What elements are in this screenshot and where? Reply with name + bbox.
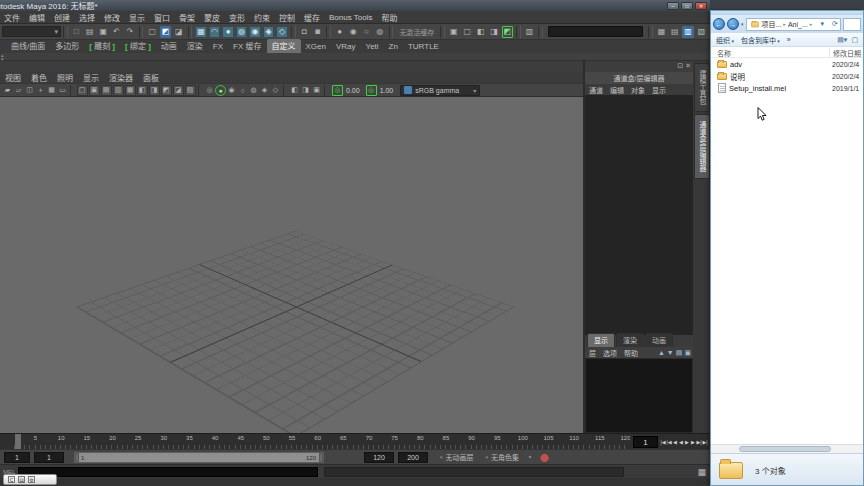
shelf-tab-FX 缓存[interactable]: FX 缓存 [228,39,266,53]
lit-mode-icon[interactable]: ▧ [185,85,196,96]
channel-box-toggle-icon[interactable]: ▥ [682,26,693,38]
grid-layout-icon[interactable]: ▦ [656,26,667,38]
menu-蒙皮[interactable]: 蒙皮 [204,12,220,23]
animation-preferences-icon[interactable]: ◔ [527,453,532,462]
shelf-tab-渲染[interactable]: 渲染 [182,39,208,53]
playback-end-field[interactable]: 120 [364,452,394,463]
range-slider[interactable]: 1 120 [74,452,324,463]
panel-menu-面板[interactable]: 面板 [143,72,159,83]
perspective-layout-icon[interactable]: ▤ [669,26,680,38]
auto-keyframe-icon[interactable]: ⬤ [540,453,549,462]
exposure-toggle-icon[interactable]: ◧ [289,85,300,96]
channel-box-menu-对象[interactable]: 对象 [631,85,645,95]
menu-控制[interactable]: 控制 [279,12,295,23]
highlight-selection-icon[interactable]: ◙ [312,26,323,38]
layer-tab-动画[interactable]: 动画 [645,333,673,347]
move-layer-down-icon[interactable]: ▼ [667,349,674,356]
view-compass-icon[interactable]: + [35,85,46,96]
safe-title-icon[interactable]: ▦ [125,85,136,96]
exposure-control-icon[interactable]: ◎ [332,85,343,96]
preview-pane-icon[interactable]: ▢ [851,36,858,44]
toolbar-包含到库中[interactable]: 包含到库中 ▾ [741,35,780,45]
perspective-viewport[interactable] [0,97,583,433]
fill-mode-icon[interactable]: ◧ [137,85,148,96]
minimize-button[interactable]: – [667,2,679,10]
file-row[interactable]: 说明2020/2/4 [711,70,864,82]
address-dropdown-icon[interactable]: ▾ [820,20,824,28]
menu-文件[interactable]: 文件 [4,12,20,23]
new-scene-icon[interactable]: □ [71,26,82,38]
field-chart-icon[interactable]: ▤ [101,85,112,96]
attribute-editor-toggle-icon[interactable]: ▧ [696,26,707,38]
menu-显示[interactable]: 显示 [129,12,145,23]
snap-together-icon[interactable]: ◇ [276,26,287,38]
layer-tab-显示[interactable]: 显示 [587,333,615,347]
forward-button[interactable]: → [727,18,739,30]
panel-float-icon[interactable]: ⊡ [677,62,683,70]
ime-language-bar[interactable]: C ▤ ⚙ [3,474,57,485]
layer-menu-层[interactable]: 层 [589,348,596,358]
menu-set-dropdown[interactable]: ▾ [2,26,61,37]
make-live-icon[interactable]: ◈ [263,26,274,38]
textured-mode-icon[interactable]: ◪ [173,85,184,96]
close-button[interactable]: ✕ [695,2,707,10]
view-transform-icon[interactable]: ▣ [311,85,322,96]
empty-layer-icon[interactable]: ▤ [676,349,683,357]
layer-from-selected-icon[interactable]: ▣ [684,349,691,357]
shelf-tab-VRay[interactable]: VRay [331,41,361,53]
breadcrumb-segment[interactable]: 项目... [762,19,782,29]
camera-attributes-icon[interactable]: ▰ [2,85,13,96]
shelf-tab-曲线/曲面[interactable]: 曲线/曲面 [6,39,50,53]
snap-to-view-plane-icon[interactable]: ◉ [249,26,260,38]
safe-action-icon[interactable]: ▥ [113,85,124,96]
lock-selection-icon[interactable]: ◘ [299,26,310,38]
animation-end-field[interactable]: 200 [398,452,428,463]
shelf-tab-多边形[interactable]: 多边形 [50,39,84,53]
horizontal-scrollbar[interactable] [711,444,863,453]
snap-to-grid-icon[interactable]: ▦ [195,26,206,38]
snap-to-projected-center-icon[interactable]: ◍ [236,26,247,38]
undo-icon[interactable]: ↶ [111,26,122,38]
film-gate-icon[interactable]: ▭ [57,85,68,96]
evaluation-mode-icon[interactable]: ◧ [475,26,486,38]
shelf-tab-动画[interactable]: 动画 [156,39,182,53]
ime-mode-icon[interactable]: C [8,476,15,483]
menu-缓存[interactable]: 缓存 [304,12,320,23]
menu-Bonus Tools[interactable]: Bonus Tools [329,13,372,22]
layer-menu-选项[interactable]: 选项 [603,348,617,358]
maya-title-bar[interactable]: Autodesk Maya 2016: 无标题* – □ ✕ [0,0,710,11]
shelf-tab-FX[interactable]: FX [208,41,228,53]
gpu-override-icon[interactable]: ◨ [488,26,499,38]
render-view-icon[interactable]: ● [334,26,345,38]
channel-box-menu-显示[interactable]: 显示 [652,85,666,95]
timeline-ruler[interactable]: 5101520253035404550556065707580859095100… [0,434,630,450]
menu-约束[interactable]: 约束 [254,12,270,23]
panel-menu-渲染器[interactable]: 渲染器 [109,72,133,83]
select-by-hierarchy-icon[interactable]: ▢ [146,26,157,38]
animation-layer-dropdown[interactable]: ▾ 无动画层 [440,452,474,462]
snap-to-curve-icon[interactable]: ◠ [209,26,220,38]
xray-joints-icon[interactable]: ○ [237,85,248,96]
snap-to-point-icon[interactable]: ● [222,26,233,38]
open-scene-icon[interactable]: ▤ [84,26,95,38]
column-header-name[interactable]: 名称 [717,48,731,58]
channel-box-menu-编辑[interactable]: 编辑 [610,85,624,95]
colorspace-dropdown[interactable]: sRGB gamma▾ [400,85,480,96]
back-button[interactable]: ← [713,18,725,30]
select-by-component-icon[interactable]: ◪ [173,26,184,38]
shelf-scroll-arrows[interactable]: ▴▾ [1,53,9,61]
channel-box-menu-通道[interactable]: 通道 [589,85,603,95]
sidebar-tab-建模工具包[interactable]: 建模工具包 [694,63,710,112]
shelf-tab-Yeti[interactable]: Yeti [361,41,384,53]
toolbar-组织[interactable]: 组织 ▾ [716,35,734,45]
refresh-icon[interactable]: ⟳ [832,20,838,28]
shaded-mode-icon[interactable]: ◩ [161,85,172,96]
camera-bookmarks-icon[interactable]: ▱ [13,85,24,96]
panel-menu-着色[interactable]: 着色 [31,72,47,83]
ime-keyboard-icon[interactable]: ▤ [18,476,25,483]
shelf-tab-绑定[interactable]: [ 绑定 ] [120,39,156,53]
gamma-control[interactable]: ◎1.00 [366,85,396,96]
active-cache-icon[interactable]: ◩ [502,26,513,38]
panel-menu-照明[interactable]: 照明 [57,72,73,83]
animation-start-field[interactable]: 1 [4,452,30,463]
